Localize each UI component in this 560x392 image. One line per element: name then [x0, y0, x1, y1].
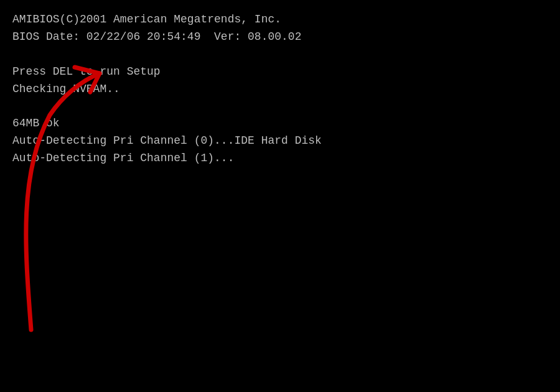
bios-screen: AMIBIOS(C)2001 American Megatrends, Inc.…	[0, 0, 560, 392]
bios-line-4: Press DEL to run Setup	[12, 63, 548, 81]
bios-line-3	[12, 46, 548, 63]
bios-line-1: AMIBIOS(C)2001 American Megatrends, Inc.	[12, 11, 548, 29]
bios-line-5: Checking NVRAM..	[12, 81, 548, 98]
bios-line-8: Auto-Detecting Pri Channel (0)...IDE Har…	[12, 133, 548, 150]
bios-line-2: BIOS Date: 02/22/06 20:54:49 Ver: 08.00.…	[12, 29, 548, 46]
bios-line-9: Auto-Detecting Pri Channel (1)...	[12, 150, 548, 167]
bios-line-6	[12, 98, 548, 115]
bios-line-7: 64MB ok	[12, 115, 548, 133]
